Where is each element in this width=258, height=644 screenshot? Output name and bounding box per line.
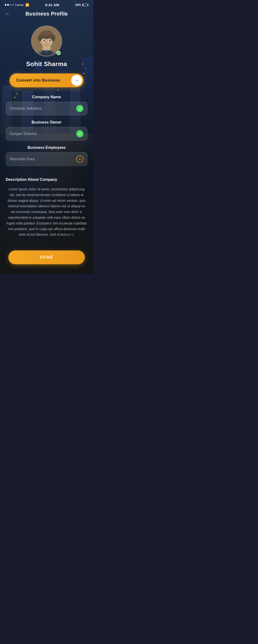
business-employees-label: Business Employees [6,146,87,150]
signal-strength [5,4,14,6]
svg-point-10 [43,40,45,41]
svg-point-17 [46,42,48,44]
add-employee-button[interactable]: + [76,156,83,163]
company-name-input[interactable]: Omninos Solutions ✓ [6,102,87,116]
company-name-group: Company Name Omninos Solutions ✓ [6,95,87,116]
done-button[interactable]: DONE [8,250,85,264]
business-employees-value: Maninder Kaur [10,157,35,161]
business-employees-group: Business Employees Maninder Kaur + [6,146,87,166]
status-right: 20% [75,3,88,7]
back-button[interactable]: ← [5,11,10,17]
svg-point-11 [49,40,50,41]
battery-body [82,4,87,6]
signal-dot-4 [12,4,14,6]
wifi-icon: 📶 [25,3,29,7]
form-section: Company Name Omninos Solutions ✓ Busines… [0,95,93,166]
business-employees-input[interactable]: Maninder Kaur + [6,152,87,166]
carrier-label: Carrier [15,3,24,7]
signal-dot-1 [5,4,7,6]
done-button-label: DONE [40,255,53,260]
battery-percentage: 20% [75,3,81,7]
company-name-value: Omninos Solutions [10,106,42,111]
profile-section: Sohit Sharma [0,21,93,74]
profile-name: Sohit Sharma [26,60,67,68]
convert-to-business-button[interactable]: Convert into Business → [10,74,84,87]
svg-point-7 [41,30,53,36]
business-owner-verified-icon: ✓ [76,130,83,138]
back-arrow-icon: ← [5,11,10,17]
signal-dot-3 [10,4,11,6]
description-label: Description About Company [6,178,87,182]
battery-icon [82,4,88,6]
avatar-wrapper [31,26,62,56]
business-owner-value: Gunjan Sharma [10,132,37,136]
business-owner-group: Business Owner Gunjan Sharma ✓ [6,120,87,141]
signal-dot-2 [7,4,9,6]
header: ← Business Profile [0,9,93,21]
company-name-verified-icon: ✓ [76,105,83,112]
page-title: Business Profile [25,11,68,17]
time-display: 9:41 AM [45,3,59,7]
done-button-wrapper: DONE [0,243,93,274]
description-section: Description About Company Lorem ipsum do… [0,171,93,243]
description-text: Lorem ipsum dolor sit amet, consectetur … [6,186,87,238]
battery-tip [88,4,88,6]
status-left: Carrier 📶 [5,3,29,7]
battery-fill [83,4,83,6]
business-owner-input[interactable]: Gunjan Sharma ✓ [6,127,87,141]
status-bar: Carrier 📶 9:41 AM 20% [0,0,93,9]
convert-button-wrapper: Convert into Business → [0,74,93,95]
convert-button-label: Convert into Business [16,78,60,83]
convert-button-arrow-icon: → [71,75,82,86]
business-owner-label: Business Owner [6,120,87,124]
company-name-label: Company Name [6,95,87,99]
online-status-dot [56,51,61,55]
